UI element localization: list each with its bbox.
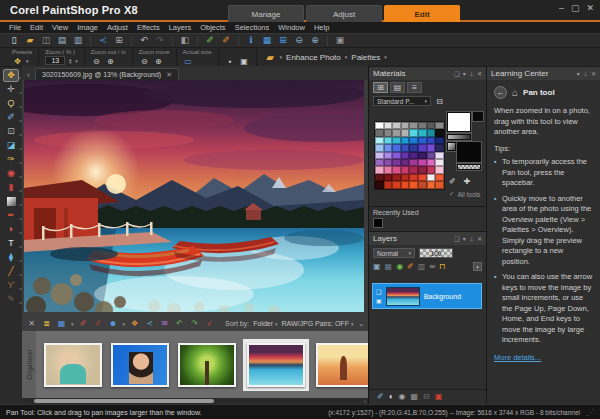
layer-pair-icon[interactable]: ▣ (376, 297, 382, 304)
lock-icon[interactable]: ⊓ (439, 262, 445, 271)
screenshot-icon[interactable]: ◧ (179, 35, 191, 47)
layers-control-icon-3[interactable]: ✕ (477, 235, 482, 242)
color-swatch-4-4[interactable] (409, 152, 418, 159)
swatches-tab[interactable]: ⊞ (373, 82, 388, 93)
color-swatch-6-5[interactable] (418, 166, 427, 173)
zoom-dropdown-arrow[interactable]: ▾ (75, 58, 78, 64)
background-style-strip[interactable] (457, 164, 481, 170)
save-icon[interactable]: ▤ (56, 35, 68, 47)
photo-tree[interactable] (176, 341, 238, 389)
close-button[interactable]: ✕ (586, 3, 594, 13)
color-swatch-3-3[interactable] (401, 144, 410, 151)
mixer-tab[interactable]: ≡ (407, 82, 422, 93)
makeover-tool[interactable]: ▮▸ (3, 181, 19, 194)
new-group-icon[interactable]: ▦ (385, 262, 393, 271)
menu-edit[interactable]: Edit (30, 23, 43, 32)
people-tag-icon[interactable]: ☻ (108, 318, 119, 329)
color-swatch-1-7[interactable] (435, 129, 444, 136)
color-swatch-7-7[interactable] (435, 174, 444, 181)
info-view-icon[interactable]: ≣ (41, 318, 52, 329)
external-editor-icon[interactable]: ▣ (334, 35, 346, 47)
eraser-tool[interactable]: ◗▸ (3, 223, 19, 236)
gradient-tool[interactable]: ▸ (3, 195, 19, 208)
selection-tool[interactable]: Ϙ▸ (3, 97, 19, 110)
resize-grip-icon[interactable]: ⋰ (586, 408, 594, 417)
maximize-button[interactable]: ▢ (571, 3, 580, 13)
color-swatch-5-7[interactable] (435, 159, 444, 166)
menu-help[interactable]: Help (314, 23, 329, 32)
background-color-well[interactable] (457, 142, 481, 162)
color-swatch-7-2[interactable] (392, 174, 401, 181)
color-swatch-2-6[interactable] (427, 137, 436, 144)
zoom-out-icon[interactable]: ⊖ (293, 35, 305, 47)
lc-control-icon-2[interactable]: ✕ (591, 70, 596, 77)
color-swatch-4-7[interactable] (435, 152, 444, 159)
layer-row-background[interactable]: ❑ ▣ Background (372, 283, 482, 309)
image-information-icon[interactable]: ℹ (245, 35, 257, 47)
twain-acquire-icon[interactable]: ◫ (40, 35, 52, 47)
thumbnail-view-icon[interactable]: ▦ (56, 318, 67, 329)
color-swatch-8-4[interactable] (409, 181, 418, 188)
dropper-tool[interactable]: ✑▸ (3, 153, 19, 166)
menu-view[interactable]: View (52, 23, 68, 32)
share-tray-icon[interactable]: ≺ (144, 318, 155, 329)
all-tools-checkbox[interactable]: ✓ All tools (449, 190, 480, 198)
straighten-tool[interactable]: ◪▸ (3, 139, 19, 152)
color-swatch-2-5[interactable] (418, 137, 427, 144)
materials-control-icon-1[interactable]: ▾ (463, 70, 466, 77)
canvas-image[interactable] (24, 80, 364, 312)
photo-girl[interactable] (42, 341, 104, 389)
color-swatch-5-3[interactable] (401, 159, 410, 166)
menu-window[interactable]: Window (278, 23, 305, 32)
palettes-dropdown[interactable]: ▾ (384, 54, 387, 60)
raw-jpg-dropdown[interactable]: RAW/JPG Pairs: OFF▾ (282, 320, 354, 327)
move-tool[interactable]: ✛▸ (3, 83, 19, 96)
color-swatch-5-4[interactable] (409, 159, 418, 166)
color-swatch-2-1[interactable] (384, 137, 393, 144)
delete-swatch-icon[interactable]: ⊟ (434, 96, 445, 106)
color-swatch-6-1[interactable] (384, 166, 393, 173)
color-swatch-1-0[interactable] (375, 129, 384, 136)
color-swatch-2-2[interactable] (392, 137, 401, 144)
color-swatch-3-1[interactable] (384, 144, 393, 151)
color-swatch-0-1[interactable] (384, 122, 393, 129)
photo-woman[interactable] (109, 341, 171, 389)
picture-tube-tool[interactable]: ϒ▸ (3, 279, 19, 292)
color-swatch-7-3[interactable] (401, 174, 410, 181)
layers-control-icon-1[interactable]: ▾ (463, 235, 466, 242)
foreground-color-chip[interactable] (473, 112, 483, 121)
color-swatch-7-1[interactable] (384, 174, 393, 181)
color-swatch-4-6[interactable] (427, 152, 436, 159)
magnifier-icon[interactable]: ◉ (399, 392, 406, 401)
text-tool[interactable]: T▸ (3, 237, 19, 250)
color-swatch-1-5[interactable] (418, 129, 427, 136)
add-swatch-icon[interactable]: ✚ (464, 177, 471, 186)
flag-check-icon[interactable]: ✓ (204, 318, 215, 329)
edit-color-icon[interactable]: ✐ (449, 177, 456, 186)
color-swatch-0-7[interactable] (435, 122, 444, 129)
materials-control-icon-3[interactable]: ✕ (477, 70, 482, 77)
color-swatch-7-6[interactable] (427, 174, 436, 181)
organizer-tab[interactable]: Organizer (22, 331, 36, 398)
menu-selections[interactable]: Selections (235, 23, 270, 32)
smart-fix-dropdown[interactable]: ▾ (280, 54, 283, 60)
minimize-button[interactable]: – (559, 3, 564, 13)
color-swatch-8-5[interactable] (418, 181, 427, 188)
color-swatch-7-4[interactable] (409, 174, 418, 181)
color-chip-icon[interactable]: ▣ (435, 392, 443, 401)
retouch-brush-icon[interactable]: ✐ (220, 35, 232, 47)
zoom-spinner[interactable]: ▲▼ (68, 58, 72, 64)
color-swatch-3-0[interactable] (375, 144, 384, 151)
workspace-tab-edit[interactable]: Edit (384, 5, 460, 22)
delete-icon[interactable]: ⊟ (423, 392, 430, 401)
color-swatch-5-1[interactable] (384, 159, 393, 166)
layer-visibility-icon[interactable]: ❑ (376, 288, 382, 295)
mask-icon[interactable]: ▥ (418, 262, 426, 271)
workspace-tab-adjust[interactable]: Adjust (306, 5, 382, 22)
palettes-button[interactable]: Palettes (351, 53, 380, 62)
color-swatch-2-4[interactable] (409, 137, 418, 144)
photo-sunset-person[interactable] (314, 341, 368, 389)
save-as-icon[interactable]: ▥ (72, 35, 84, 47)
pattern-icon[interactable]: ▦ (411, 392, 419, 401)
people-tag-dropdown[interactable]: ▾ (123, 321, 126, 327)
